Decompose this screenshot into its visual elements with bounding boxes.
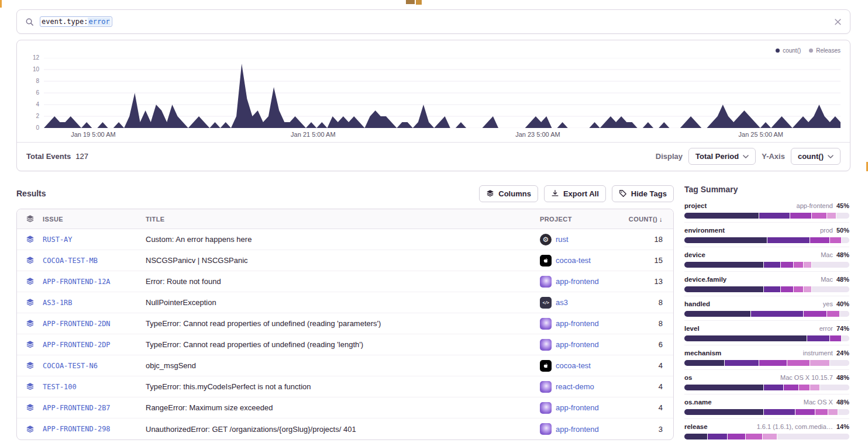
tag-segment[interactable] bbox=[780, 286, 794, 292]
tag-distribution-bar[interactable] bbox=[684, 385, 849, 390]
tag-segment[interactable] bbox=[684, 335, 807, 341]
search-query-token[interactable]: event.type:error bbox=[40, 16, 112, 27]
tag-segment[interactable] bbox=[810, 360, 829, 366]
tag-segment[interactable] bbox=[815, 409, 828, 415]
issue-link[interactable]: APP-FRONTEND-2DP bbox=[43, 341, 146, 349]
tag-segment[interactable] bbox=[790, 213, 811, 219]
tag-segment[interactable] bbox=[684, 360, 724, 366]
project-link[interactable]: cocoa-test bbox=[556, 256, 591, 265]
tag-segment[interactable] bbox=[836, 213, 849, 219]
tag-distribution-bar[interactable] bbox=[684, 262, 849, 268]
tag-segment[interactable] bbox=[684, 409, 763, 415]
tag-segment[interactable] bbox=[811, 286, 849, 292]
tag-segment[interactable] bbox=[783, 385, 798, 390]
columns-button[interactable]: Columns bbox=[479, 185, 538, 202]
display-select[interactable]: Total Period bbox=[688, 148, 756, 165]
tag-segment[interactable] bbox=[810, 237, 829, 243]
tag-segment[interactable] bbox=[787, 360, 810, 366]
tag-segment[interactable] bbox=[762, 434, 777, 439]
search-bar[interactable]: event.type:error bbox=[16, 9, 850, 34]
tag-segment[interactable] bbox=[763, 409, 795, 415]
tag-segment[interactable] bbox=[795, 409, 815, 415]
tag-segment[interactable] bbox=[684, 434, 707, 439]
tag-segment[interactable] bbox=[777, 434, 849, 439]
col-header-title[interactable]: TITLE bbox=[146, 216, 540, 223]
tag-segment[interactable] bbox=[684, 237, 767, 243]
issue-link[interactable]: APP-FRONTEND-2B7 bbox=[43, 404, 146, 412]
tag-segment[interactable] bbox=[759, 360, 787, 366]
tag-segment[interactable] bbox=[838, 409, 849, 415]
tag-segment[interactable] bbox=[684, 262, 763, 268]
tag-segment[interactable] bbox=[829, 237, 841, 243]
issue-link[interactable]: APP-FRONTEND-2DN bbox=[43, 320, 146, 328]
tag-segment[interactable] bbox=[727, 434, 745, 439]
project-link[interactable]: as3 bbox=[556, 298, 568, 307]
project-link[interactable]: app-frontend bbox=[556, 319, 599, 328]
hide-tags-button[interactable]: Hide Tags bbox=[612, 185, 674, 202]
export-all-button[interactable]: Export All bbox=[544, 185, 606, 202]
col-header-issue[interactable]: ISSUE bbox=[43, 216, 146, 223]
issue-link[interactable]: APP-FRONTEND-12A bbox=[43, 278, 146, 286]
issue-link[interactable]: COCOA-TEST-MB bbox=[43, 257, 146, 265]
tag-distribution-bar[interactable] bbox=[684, 213, 849, 219]
project-link[interactable]: rust bbox=[556, 235, 569, 244]
tag-segment[interactable] bbox=[793, 286, 803, 292]
tag-segment[interactable] bbox=[829, 360, 849, 366]
clear-search-icon[interactable] bbox=[834, 18, 842, 26]
tag-segment[interactable] bbox=[828, 409, 838, 415]
tag-segment[interactable] bbox=[763, 286, 780, 292]
issue-link[interactable]: RUST-AY bbox=[43, 236, 146, 244]
legend-item[interactable]: Releases bbox=[809, 46, 841, 54]
tag-segment[interactable] bbox=[684, 213, 759, 219]
tag-segment[interactable] bbox=[803, 286, 811, 292]
issue-link[interactable]: COCOA-TEST-N6 bbox=[43, 362, 146, 370]
tag-segment[interactable] bbox=[810, 385, 819, 390]
tag-distribution-bar[interactable] bbox=[684, 335, 849, 341]
tag-distribution-bar[interactable] bbox=[684, 360, 849, 366]
issue-link[interactable]: AS3-1RB bbox=[43, 299, 146, 307]
col-header-count[interactable]: COUNT()↓ bbox=[617, 216, 673, 223]
tag-segment[interactable] bbox=[684, 286, 763, 292]
tag-segment[interactable] bbox=[780, 262, 794, 268]
tag-segment[interactable] bbox=[750, 311, 803, 317]
tag-segment[interactable] bbox=[793, 262, 803, 268]
project-link[interactable]: app-frontend bbox=[556, 425, 599, 434]
tag-segment[interactable] bbox=[724, 360, 759, 366]
tag-segment[interactable] bbox=[826, 311, 840, 317]
project-link[interactable]: app-frontend bbox=[556, 340, 599, 349]
tag-segment[interactable] bbox=[759, 213, 790, 219]
tag-distribution-bar[interactable] bbox=[684, 434, 849, 439]
tag-segment[interactable] bbox=[707, 434, 727, 439]
tag-segment[interactable] bbox=[811, 213, 826, 219]
chart-plot[interactable] bbox=[44, 58, 841, 128]
tag-segment[interactable] bbox=[763, 385, 783, 390]
tag-segment[interactable] bbox=[807, 335, 829, 341]
project-link[interactable]: app-frontend bbox=[556, 277, 599, 286]
tag-segment[interactable] bbox=[763, 262, 780, 268]
tag-segment[interactable] bbox=[767, 237, 810, 243]
tag-segment[interactable] bbox=[839, 311, 849, 317]
tag-segment[interactable] bbox=[745, 434, 762, 439]
tag-segment[interactable] bbox=[819, 385, 849, 390]
tag-distribution-bar[interactable] bbox=[684, 409, 849, 415]
project-link[interactable]: react-demo bbox=[556, 382, 594, 391]
col-header-project[interactable]: PROJECT bbox=[540, 216, 617, 223]
tag-segment[interactable] bbox=[798, 385, 810, 390]
tag-segment[interactable] bbox=[841, 335, 849, 341]
legend-item[interactable]: count() bbox=[776, 46, 801, 54]
tag-segment[interactable] bbox=[829, 335, 841, 341]
tag-segment[interactable] bbox=[826, 213, 836, 219]
tag-distribution-bar[interactable] bbox=[684, 237, 849, 243]
tag-segment[interactable] bbox=[811, 262, 849, 268]
tag-segment[interactable] bbox=[841, 237, 849, 243]
tag-segment[interactable] bbox=[803, 311, 826, 317]
yaxis-select[interactable]: count() bbox=[791, 148, 841, 165]
issue-link[interactable]: TEST-100 bbox=[43, 383, 146, 391]
tag-segment[interactable] bbox=[684, 385, 763, 390]
issue-link[interactable]: APP-FRONTEND-298 bbox=[43, 425, 146, 433]
tag-distribution-bar[interactable] bbox=[684, 311, 849, 317]
project-link[interactable]: app-frontend bbox=[556, 403, 599, 412]
project-link[interactable]: cocoa-test bbox=[556, 361, 591, 370]
tag-segment[interactable] bbox=[803, 262, 811, 268]
tag-segment[interactable] bbox=[684, 311, 750, 317]
